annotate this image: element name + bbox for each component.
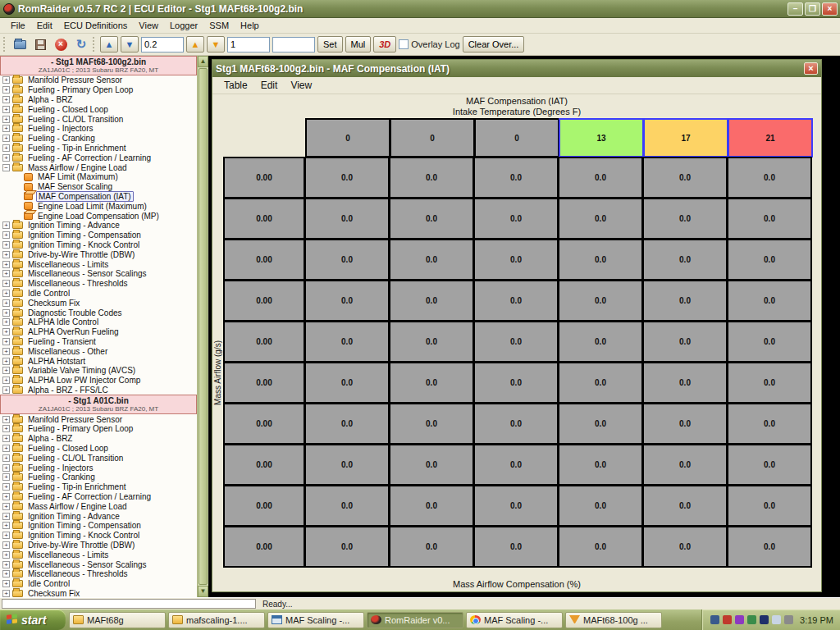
expand-icon[interactable]: + bbox=[2, 280, 10, 287]
tray-icon-6[interactable] bbox=[772, 615, 781, 624]
data-cell[interactable]: 0.0 bbox=[473, 485, 559, 527]
data-cell[interactable]: 0.0 bbox=[389, 280, 474, 322]
tree-item[interactable]: +Miscellaneous - Sensor Scalings bbox=[0, 269, 197, 279]
data-cell[interactable]: 0.0 bbox=[727, 526, 812, 568]
tree-item[interactable]: +Mass Airflow / Engine Load bbox=[0, 501, 197, 511]
row-header-cell[interactable]: 0.00 bbox=[223, 362, 305, 404]
editor-menu-item-view[interactable]: View bbox=[284, 78, 318, 93]
data-cell[interactable]: 0.0 bbox=[642, 280, 728, 322]
increment-fine-input[interactable] bbox=[141, 37, 184, 52]
data-cell[interactable]: 0.0 bbox=[727, 157, 812, 199]
expand-icon[interactable]: + bbox=[2, 570, 10, 578]
expand-icon[interactable]: + bbox=[2, 513, 10, 520]
tree-item[interactable]: MAF Limit (Maximum) bbox=[0, 172, 197, 182]
tree-item[interactable]: +Ignition Timing - Knock Control bbox=[0, 531, 197, 541]
menu-item-logger[interactable]: Logger bbox=[164, 19, 203, 32]
editor-close-button[interactable]: × bbox=[804, 62, 818, 75]
tree-item[interactable]: +ALPHA Idle Control bbox=[0, 317, 197, 327]
menu-item-file[interactable]: File bbox=[5, 19, 31, 32]
data-cell[interactable]: 0.0 bbox=[727, 239, 812, 281]
clear-overlay-button[interactable]: Clear Over... bbox=[463, 36, 525, 52]
data-cell[interactable]: 0.0 bbox=[558, 403, 643, 445]
menu-item-edit[interactable]: Edit bbox=[31, 19, 58, 32]
expand-icon[interactable]: + bbox=[2, 590, 10, 597]
tree-item[interactable]: +Fueling - Cranking bbox=[0, 472, 197, 482]
row-header-cell[interactable]: 0.00 bbox=[223, 403, 305, 445]
expand-icon[interactable]: + bbox=[2, 464, 10, 472]
tree-item[interactable]: +Fueling - Primary Open Loop bbox=[0, 85, 197, 95]
data-cell[interactable]: 0.0 bbox=[558, 157, 643, 199]
expand-icon[interactable]: + bbox=[2, 551, 10, 559]
expand-icon[interactable]: + bbox=[2, 76, 10, 84]
data-cell[interactable]: 0.0 bbox=[473, 198, 559, 240]
row-header-cell[interactable]: 0.00 bbox=[223, 485, 305, 527]
increment-coarse-input[interactable] bbox=[227, 37, 270, 52]
row-header-cell[interactable]: 0.00 bbox=[223, 198, 305, 240]
data-cell[interactable]: 0.0 bbox=[304, 321, 390, 363]
menu-item-ssm[interactable]: SSM bbox=[203, 19, 235, 32]
tree-item[interactable]: +Fueling - Primary Open Loop bbox=[0, 424, 197, 434]
expand-icon[interactable]: + bbox=[2, 416, 10, 423]
tray-icon-1[interactable] bbox=[710, 615, 719, 624]
decrease-fine-button[interactable]: ▼ bbox=[121, 36, 139, 52]
overlay-log-checkbox[interactable] bbox=[399, 39, 409, 49]
expand-icon[interactable]: + bbox=[2, 86, 10, 94]
data-cell[interactable]: 0.0 bbox=[558, 198, 643, 240]
rom2-header[interactable]: - Stg1 A01C.bin ZA1JA01C ; 2013 Subaru B… bbox=[0, 395, 197, 414]
scroll-up-icon[interactable]: ▲ bbox=[198, 56, 208, 67]
expand-icon[interactable]: + bbox=[2, 290, 10, 297]
expand-icon[interactable]: + bbox=[2, 377, 10, 384]
tree-item[interactable]: +Ignition Timing - Knock Control bbox=[0, 240, 197, 250]
tree-item[interactable]: +Diagnostic Trouble Codes bbox=[0, 308, 197, 317]
taskbar-task[interactable]: MAF Scaling -... bbox=[267, 612, 364, 628]
tree-item[interactable]: +Alpha - BRZ bbox=[0, 95, 197, 105]
data-cell[interactable]: 0.0 bbox=[727, 485, 812, 527]
expand-icon[interactable]: + bbox=[2, 483, 10, 491]
status-input[interactable] bbox=[2, 599, 256, 609]
tree-item[interactable]: +Miscellaneous - Thresholds bbox=[0, 279, 197, 289]
data-cell[interactable]: 0.0 bbox=[473, 362, 559, 404]
expand-icon[interactable]: + bbox=[2, 522, 10, 529]
tree-item[interactable]: +Fueling - AF Correction / Learning bbox=[0, 153, 197, 162]
tree-item[interactable]: +Fueling - Closed Loop bbox=[0, 104, 197, 114]
set-button[interactable]: Set bbox=[317, 36, 343, 52]
restore-button[interactable]: ❐ bbox=[805, 2, 820, 16]
start-button[interactable]: start bbox=[0, 609, 66, 630]
3d-view-button[interactable]: 3D bbox=[373, 36, 396, 52]
column-header-cell[interactable]: 17 bbox=[643, 118, 728, 158]
expand-icon[interactable]: + bbox=[2, 435, 10, 442]
increase-coarse-button[interactable]: ▲ bbox=[186, 36, 204, 52]
tree-item[interactable]: Engine Load Compensation (MP) bbox=[0, 211, 197, 221]
data-cell[interactable]: 0.0 bbox=[473, 157, 559, 199]
tree-item[interactable]: +Miscellaneous - Limits bbox=[0, 259, 197, 269]
data-cell[interactable]: 0.0 bbox=[304, 198, 390, 240]
tree-item[interactable]: +Fueling - Injectors bbox=[0, 124, 197, 134]
data-cell[interactable]: 0.0 bbox=[727, 444, 812, 486]
expand-icon[interactable]: + bbox=[2, 358, 10, 365]
editor-title-bar[interactable]: Stg1 MAFt68-100g2.bin - MAF Compensation… bbox=[212, 60, 821, 77]
column-header-cell[interactable]: 0 bbox=[474, 118, 559, 158]
tree-item[interactable]: +Fueling - Cranking bbox=[0, 134, 197, 144]
tree-item[interactable]: +Fueling - Transient bbox=[0, 337, 197, 347]
data-cell[interactable]: 0.0 bbox=[473, 239, 559, 281]
data-cell[interactable]: 0.0 bbox=[304, 526, 390, 568]
data-cell[interactable]: 0.0 bbox=[642, 321, 728, 363]
row-header-cell[interactable]: 0.00 bbox=[223, 280, 305, 322]
tree-item[interactable]: +Fueling - Injectors bbox=[0, 463, 197, 472]
expand-icon[interactable]: + bbox=[2, 561, 10, 568]
expand-icon[interactable]: + bbox=[2, 454, 10, 462]
taskbar-task[interactable]: MAFt68g bbox=[69, 612, 166, 628]
expand-icon[interactable]: + bbox=[2, 221, 10, 229]
data-cell[interactable]: 0.0 bbox=[389, 239, 474, 281]
data-cell[interactable]: 0.0 bbox=[304, 362, 390, 404]
data-cell[interactable]: 0.0 bbox=[389, 362, 474, 404]
tree-item[interactable]: +Fueling - Tip-in Enrichment bbox=[0, 144, 197, 153]
expand-icon[interactable]: + bbox=[2, 348, 10, 355]
tree-item[interactable]: +Checksum Fix bbox=[0, 298, 197, 308]
collapse-icon[interactable]: − bbox=[2, 164, 10, 171]
expand-icon[interactable]: + bbox=[2, 445, 10, 452]
editor-menu-item-edit[interactable]: Edit bbox=[254, 78, 285, 93]
tree-item[interactable]: +Manifold Pressure Sensor bbox=[0, 414, 197, 424]
data-cell[interactable]: 0.0 bbox=[304, 485, 390, 527]
data-cell[interactable]: 0.0 bbox=[558, 362, 643, 404]
